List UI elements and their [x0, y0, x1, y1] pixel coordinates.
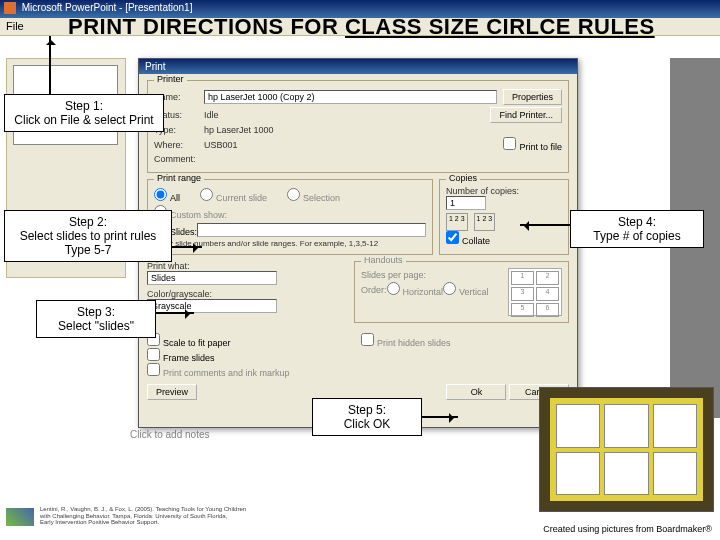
- type-value: hp LaserJet 1000: [204, 125, 274, 135]
- slides-input[interactable]: [197, 223, 426, 237]
- arrow-step5: [422, 416, 458, 418]
- find-printer-button[interactable]: Find Printer...: [490, 107, 562, 123]
- heading-prefix: PRINT DIRECTIONS FOR: [68, 14, 345, 39]
- copies-input[interactable]: [446, 196, 486, 210]
- callout-step4: Step 4: Type # of copies: [570, 210, 704, 248]
- ok-button[interactable]: Ok: [446, 384, 506, 400]
- callout-step3: Step 3: Select "slides": [36, 300, 156, 338]
- step4-text: Type # of copies: [579, 229, 695, 243]
- range-legend: Print range: [154, 173, 204, 183]
- step2-text2: Type 5-7: [13, 243, 163, 257]
- step3-text: Select "slides": [45, 319, 147, 333]
- arrow-step3: [156, 312, 194, 314]
- callout-step2: Step 2: Select slides to print rules Typ…: [4, 210, 172, 262]
- arrow-step2: [172, 246, 202, 248]
- copies-label: Number of copies:: [446, 186, 562, 196]
- order-horizontal-radio: Horizontal: [387, 282, 444, 297]
- example-photo: [539, 387, 714, 512]
- arrow-step1: [49, 36, 51, 94]
- heading-underlined: CLASS SIZE CIRLCE RULES: [345, 14, 655, 39]
- footer-logo-icon: [6, 508, 34, 526]
- order-vertical-radio: Vertical: [443, 282, 489, 297]
- where-value: USB001: [204, 140, 238, 150]
- step5-text: Click OK: [321, 417, 413, 431]
- notes-placeholder[interactable]: Click to add notes: [130, 429, 210, 440]
- print-to-file-check[interactable]: Print to file: [503, 137, 562, 152]
- page-title: PRINT DIRECTIONS FOR CLASS SIZE CIRLCE R…: [68, 14, 710, 40]
- powerpoint-icon: [4, 2, 16, 14]
- arrow-step4: [520, 224, 570, 226]
- print-what-label: Print what:: [147, 261, 348, 271]
- footer-citation: Lentini, R., Vaughn, B. J., & Fox, L. (2…: [40, 506, 360, 526]
- printer-fieldset: Printer Name: hp LaserJet 1000 (Copy 2) …: [147, 80, 569, 173]
- status-value: Idle: [204, 110, 219, 120]
- step4-title: Step 4:: [579, 215, 695, 229]
- scale-check[interactable]: Scale to fit paper: [147, 338, 231, 348]
- properties-button[interactable]: Properties: [503, 89, 562, 105]
- handouts-fieldset: Handouts Slides per page: Order: Horizon…: [354, 261, 569, 323]
- frame-check[interactable]: Frame slides: [147, 353, 215, 363]
- collate-check[interactable]: Collate: [446, 236, 490, 246]
- dialog-title: Print: [139, 59, 577, 74]
- handouts-legend: Handouts: [361, 255, 406, 265]
- menu-file[interactable]: File: [6, 20, 24, 32]
- color-label: Color/grayscale:: [147, 289, 348, 299]
- comment-label: Comment:: [154, 154, 204, 164]
- app-title-text: Microsoft PowerPoint - [Presentation1]: [22, 2, 193, 13]
- printer-legend: Printer: [154, 74, 187, 84]
- copies-fieldset: Copies Number of copies: 1 2 3 1 2 3 Col…: [439, 179, 569, 255]
- step1-title: Step 1:: [13, 99, 155, 113]
- range-selection-radio[interactable]: Selection: [287, 188, 340, 203]
- footer-credit: Created using pictures from Boardmaker®: [543, 524, 712, 534]
- comments-check: Print comments and ink markup: [147, 368, 290, 378]
- where-label: Where:: [154, 140, 204, 150]
- step2-title: Step 2:: [13, 215, 163, 229]
- callout-step5: Step 5: Click OK: [312, 398, 422, 436]
- step2-text1: Select slides to print rules: [13, 229, 163, 243]
- copies-legend: Copies: [446, 173, 480, 183]
- step5-title: Step 5:: [321, 403, 413, 417]
- handouts-preview: 123456: [508, 268, 562, 316]
- callout-step1: Step 1: Click on File & select Print: [4, 94, 164, 132]
- step3-title: Step 3:: [45, 305, 147, 319]
- print-what-combo[interactable]: Slides: [147, 271, 277, 285]
- print-dialog: Print Printer Name: hp LaserJet 1000 (Co…: [138, 58, 578, 428]
- step1-text: Click on File & select Print: [13, 113, 155, 127]
- print-range-fieldset: Print range All Current slide Selection …: [147, 179, 433, 255]
- color-combo[interactable]: Grayscale: [147, 299, 277, 313]
- hidden-check: Print hidden slides: [361, 338, 451, 348]
- range-current-radio[interactable]: Current slide: [200, 188, 267, 203]
- preview-button[interactable]: Preview: [147, 384, 197, 400]
- range-all-radio[interactable]: All: [154, 188, 180, 203]
- printer-name-combo[interactable]: hp LaserJet 1000 (Copy 2): [204, 90, 497, 104]
